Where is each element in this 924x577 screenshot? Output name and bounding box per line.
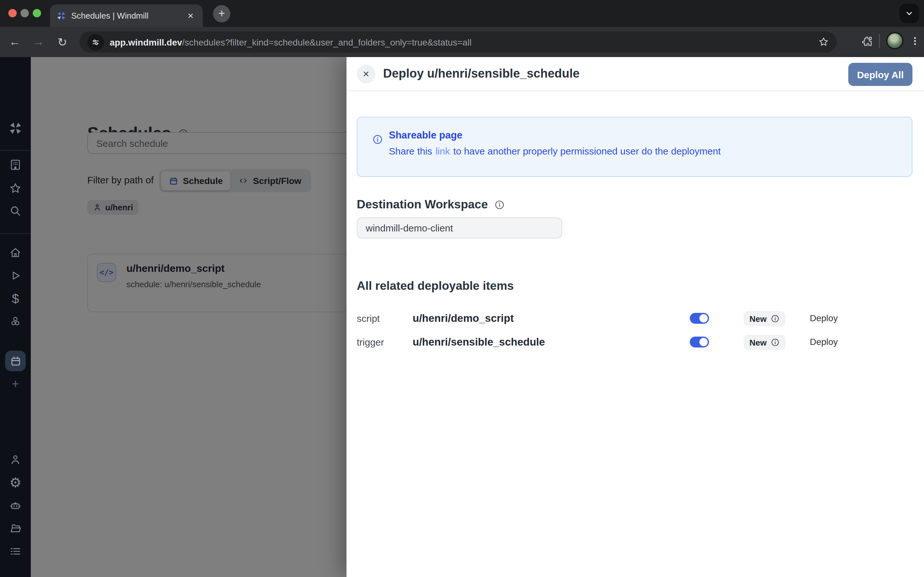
tab-search-button[interactable]	[900, 4, 919, 23]
drawer-backdrop-overlay[interactable]	[31, 57, 347, 577]
url-text: app.windmill.dev/schedules?filter_kind=s…	[110, 37, 818, 47]
windmill-app-window: Schedules | Windmill ✕ + ← → ↻	[0, 0, 924, 577]
item-path: u/henri/demo_script	[413, 312, 514, 324]
item-status-badge: New	[744, 311, 785, 326]
drawer-header: ✕ Deploy u/henri/sensible_schedule Deplo…	[347, 57, 924, 91]
windmill-logo-icon	[0, 121, 31, 135]
item-enabled-toggle[interactable]	[690, 337, 709, 348]
toggle-knob	[699, 338, 708, 346]
info-icon	[494, 199, 505, 210]
extensions-puzzle-icon[interactable]	[861, 35, 873, 47]
sidebar-item-workers-robot-icon[interactable]	[0, 500, 31, 512]
toggle-knob	[699, 314, 708, 322]
destination-workspace-heading: Destination Workspace	[357, 197, 505, 211]
sidebar-item-resources[interactable]	[0, 316, 31, 328]
windmill-favicon-icon	[57, 11, 66, 21]
item-enabled-toggle[interactable]	[690, 313, 709, 324]
address-bar[interactable]: app.windmill.dev/schedules?filter_kind=s…	[79, 31, 837, 53]
app-sidebar: $ + ⚙	[0, 57, 31, 577]
toolbar-divider	[879, 34, 880, 48]
destination-workspace-input[interactable]	[357, 218, 562, 239]
sidebar-item-folders[interactable]	[0, 522, 31, 535]
minimize-window-button[interactable]	[21, 9, 29, 17]
deploy-drawer: ✕ Deploy u/henri/sensible_schedule Deplo…	[347, 57, 924, 577]
sidebar-item-create[interactable]: +	[0, 378, 31, 390]
site-settings-icon[interactable]	[87, 34, 104, 50]
info-icon[interactable]	[771, 314, 779, 323]
close-drawer-button[interactable]: ✕	[357, 65, 375, 83]
shareable-page-infobox: Shareable page Share this link to have a…	[357, 117, 913, 177]
back-button[interactable]: ←	[5, 32, 24, 52]
sidebar-item-settings-gear-icon[interactable]: ⚙	[0, 476, 31, 489]
infobox-body: Share this link to have another properly…	[389, 145, 721, 156]
deployable-item-row-trigger: trigger u/henri/sensible_schedule New De…	[357, 331, 913, 354]
tab-close-icon[interactable]: ✕	[185, 10, 196, 21]
sidebar-item-audit-logs[interactable]	[0, 545, 31, 558]
item-kind: script	[357, 313, 380, 324]
deploy-item-button[interactable]: Deploy	[810, 337, 838, 347]
sidebar-item-variables[interactable]: $	[0, 292, 31, 305]
sidebar-item-schedules-active[interactable]	[5, 351, 26, 371]
chevron-down-icon	[905, 9, 914, 18]
item-status-badge: New	[744, 335, 785, 350]
deployable-item-row-script: script u/henri/demo_script New Deploy	[357, 307, 913, 330]
profile-avatar[interactable]	[886, 32, 903, 49]
browser-tab[interactable]: Schedules | Windmill ✕	[50, 5, 203, 27]
reload-button[interactable]: ↻	[53, 32, 72, 52]
sidebar-item-home[interactable]	[0, 246, 31, 259]
browser-menu-icon[interactable]	[910, 35, 920, 46]
share-link[interactable]: link	[435, 145, 450, 156]
browser-tab-strip: Schedules | Windmill ✕ +	[0, 0, 924, 27]
sidebar-item-user[interactable]	[0, 453, 31, 466]
drawer-title: Deploy u/henri/sensible_schedule	[383, 67, 580, 81]
tab-title: Schedules | Windmill	[71, 11, 180, 21]
deploy-all-button[interactable]: Deploy All	[848, 63, 913, 86]
forward-button[interactable]: →	[29, 32, 48, 52]
infobox-title: Shareable page	[389, 129, 462, 141]
close-window-button[interactable]	[8, 9, 17, 17]
bookmark-star-icon[interactable]	[818, 37, 829, 47]
item-path: u/henri/sensible_schedule	[413, 336, 545, 348]
item-kind: trigger	[357, 337, 384, 348]
new-tab-button[interactable]: +	[213, 5, 230, 23]
deploy-item-button[interactable]: Deploy	[810, 313, 838, 323]
info-icon	[372, 134, 383, 145]
deployable-items-heading: All related deployable items	[357, 279, 514, 293]
sidebar-item-search[interactable]	[0, 205, 31, 218]
browser-toolbar: ← → ↻ app.windmill.dev/schedules?filter_…	[0, 27, 924, 57]
info-icon[interactable]	[771, 338, 779, 347]
sidebar-item-favorites[interactable]	[0, 182, 31, 195]
maximize-window-button[interactable]	[33, 9, 41, 17]
sidebar-item-workspace[interactable]	[0, 158, 31, 171]
sidebar-item-runs[interactable]	[0, 269, 31, 282]
